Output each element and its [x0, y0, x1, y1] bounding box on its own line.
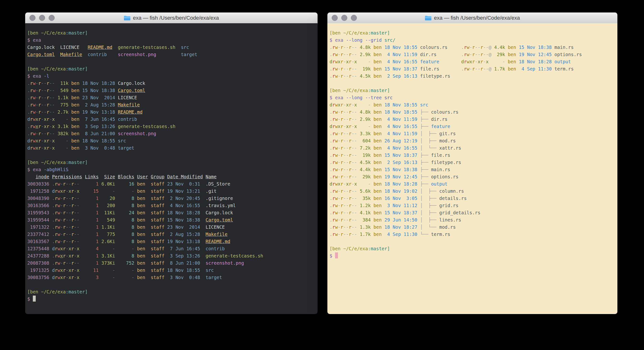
terminal-line: drwxr-xr-x - ben 18 Nov 18:55 src	[27, 137, 318, 144]
minimize-button[interactable]	[341, 15, 347, 21]
terminal-line: 20087308 .rw-r--r-- 1 373Ki 752 ben staf…	[27, 260, 318, 266]
terminal-line	[330, 238, 618, 245]
terminal-line: 1971322 .rw-r--r-- 1 1.1Ki 8 ben staff 2…	[27, 224, 318, 230]
terminal-line: [ben ~/C/e/exa:master]	[27, 29, 318, 36]
terminal-line: $ exa --long --tree src	[330, 94, 618, 101]
terminal-line: [ben ~/C/e/exa:master]	[27, 65, 318, 72]
terminal-window-light[interactable]: exa — fish /Users/ben/Code/exa/exa [ben …	[328, 12, 618, 314]
terminal-line: drwxr-xr-x - ben 18 Nov 18:55 src	[330, 101, 618, 108]
terminal-line: .rwxr-xr-x 3.1k ben 3 Sep 13:26 generate…	[27, 123, 318, 130]
traffic-lights	[332, 12, 357, 23]
terminal-line: .rw-r--r-- 1.7k ben 4 Sep 11:30 └── term…	[330, 230, 618, 238]
terminal-line: .rw-r--r-- 1.2k ben 3 Nov 11:12 │ ├── gr…	[330, 202, 618, 209]
terminal-line: 30163567 .rw-r--r-- 1 2.6Ki 8 ben staff …	[27, 238, 318, 245]
window-title-text: exa — fish /Users/ben/Code/exa/exa	[133, 15, 219, 21]
terminal-line: .rw-r--r-- 1.1k ben 23 Nov 2014 LICENCE	[27, 94, 318, 101]
terminal-line: .rw-r--r-- 4.5k ben 2 Sep 16:13 filetype…	[330, 72, 618, 80]
terminal-line: .rw-r--r-- 4.8k ben 18 Nov 18:55 ├── col…	[330, 108, 618, 116]
window-title: exa — fish /Users/ben/Code/exa/exa	[425, 15, 520, 21]
terminal-line: .rw-r--r-- 2.9k ben 4 Nov 11:59 dir.rs .…	[330, 51, 618, 58]
terminal-line: 30163566 .rw-r--r-- 1 200 8 ben staff 4 …	[27, 202, 318, 209]
window-title: exa — fish /Users/ben/Code/exa/exa	[124, 15, 219, 21]
terminal-line: .rw-r--r-- 35k ben 16 Nov 3:05 │ ├── det…	[330, 195, 618, 202]
terminal-line: .rw-r--r-- 1.3k ben 18 Nov 18:27 │ └── m…	[330, 224, 618, 230]
terminal-line	[330, 80, 618, 87]
folder-icon	[124, 15, 130, 20]
terminal-line: [ben ~/C/e/exa:master]	[27, 159, 318, 166]
terminal-line: .rw-r--r-- 4.5k ben 2 Sep 16:13 ├── file…	[330, 159, 618, 166]
terminal-line: drwxr-xr-x - ben 7 Jun 16:45 contrib	[27, 116, 318, 123]
terminal-line: 30048390 .rw-r--r-- 1 20 8 ben staff 2 N…	[27, 195, 318, 202]
title-bar[interactable]: exa — fish /Users/ben/Code/exa/exa	[328, 12, 618, 24]
terminal-line	[27, 152, 318, 159]
terminal-cursor	[335, 252, 338, 258]
terminal-line: $ exa -abghHliS	[27, 166, 318, 173]
terminal-line: .rw-r--r-- 775 ben 2 Aug 15:28 Makefile	[27, 101, 318, 108]
terminal-line: [ben ~/C/e/exa:master]	[27, 288, 318, 295]
terminal-screen[interactable]: [ben ~/C/e/exa:master]$ exa --long --gri…	[328, 23, 618, 314]
terminal-line: 1971258 drwxr-xr-x 15 - - ben staff 19 N…	[27, 188, 318, 195]
terminal-line: .rw-r--r-- 2.7k ben 19 Nov 13:18 README.…	[27, 108, 318, 116]
title-bar[interactable]: exa — fish /Users/ben/Code/exa/exa	[25, 12, 318, 24]
terminal-line: drwxr-xr-x - ben 18 Nov 18:28 ├── output	[330, 180, 618, 188]
terminal-line: 30030336 .rw-r--r-- 1 6.0Ki 16 ben staff…	[27, 180, 318, 188]
terminal-line: .rw-r--r-- 19k ben 15 Nov 18:37 ├── file…	[330, 152, 618, 159]
zoom-button[interactable]	[351, 15, 357, 21]
terminal-line: Cargo.toml Makefile contrib screenshot.p…	[27, 51, 318, 58]
terminal-line: .rw-r--r-- 604 ben 26 Aug 12:19 │ ├── mo…	[330, 137, 618, 144]
terminal-line	[27, 281, 318, 288]
terminal-line: .rw-r--r-- 382k ben 8 Jun 21:00 screensh…	[27, 130, 318, 137]
terminal-line: [ben ~/C/e/exa:master]	[330, 87, 618, 94]
terminal-line: $ exa --long --grid src/	[330, 36, 618, 44]
terminal-line: .rw-r--r-- 4.8k ben 18 Nov 18:55 colours…	[330, 44, 618, 51]
terminal-line: $ exa -l	[27, 72, 318, 80]
terminal-line	[27, 58, 318, 65]
terminal-line: .rw-r--r-- 29k ben 19 Nov 12:45 ├── opti…	[330, 173, 618, 180]
terminal-line: drwxr-xr-x - ben 4 Nov 16:55 ├── feature	[330, 123, 618, 130]
terminal-screen[interactable]: [ben ~/C/e/exa:master]$ exaCargo.lock LI…	[25, 23, 318, 314]
terminal-line: .rw-r--r-- 549 ben 15 Nov 18:38 Cargo.to…	[27, 87, 318, 94]
terminal-line: $ exa	[27, 36, 318, 44]
terminal-line: .rw-r--r-- 7.2k ben 4 Nov 16:55 │ └── xa…	[330, 144, 618, 152]
terminal-line: .rw-r--r-- 3.3k ben 4 Nov 11:59 │ ├── gi…	[330, 130, 618, 137]
terminal-line: 23377412 .rw-r--r-- 1 775 8 ben staff 2 …	[27, 230, 318, 238]
terminal-window-dark[interactable]: exa — fish /Users/ben/Code/exa/exa [ben …	[25, 12, 318, 314]
minimize-button[interactable]	[39, 15, 45, 21]
close-button[interactable]	[30, 15, 36, 21]
zoom-button[interactable]	[49, 15, 55, 21]
terminal-line: 12375448 drwxr-xr-x 4 - - ben staff 7 Ju…	[27, 245, 318, 252]
terminal-line: .rw-r--r-- 384 ben 29 Jun 14:50 │ ├── li…	[330, 216, 618, 224]
terminal-line: 31959544 .rw-r--r-- 1 549 8 ben staff 15…	[27, 216, 318, 224]
terminal-line: 31959543 .rw-r--r-- 1 11Ki 24 ben staff …	[27, 209, 318, 216]
window-title-text: exa — fish /Users/ben/Code/exa/exa	[434, 15, 520, 21]
terminal-line: .rw-r--r-- 19k ben 15 Nov 18:37 file.rs …	[330, 65, 618, 72]
folder-icon	[425, 15, 432, 20]
terminal-cursor	[33, 296, 36, 302]
terminal-line: .rw-r--r-- 11k ben 18 Nov 18:28 Cargo.lo…	[27, 80, 318, 87]
terminal-line: $	[330, 252, 618, 260]
terminal-line: .rw-r--r-- 2.9k ben 4 Nov 11:59 ├── dir.…	[330, 116, 618, 123]
terminal-line: Cargo.lock LICENCE README.md generate-te…	[27, 44, 318, 51]
desktop: exa — fish /Users/ben/Code/exa/exa [ben …	[0, 0, 644, 350]
terminal-line: 30083756 drwxr-xr-x 3 - - ben staff 3 No…	[27, 274, 318, 281]
terminal-line: 24377288 .rwxr-xr-x 1 3.1Ki 8 ben staff …	[27, 252, 318, 260]
terminal-line: [ben ~/C/e/exa:master]	[330, 29, 618, 36]
close-button[interactable]	[332, 15, 338, 21]
terminal-line: [ben ~/C/e/exa:master]	[330, 245, 618, 252]
terminal-line: .rw-r--r-- 5.6k ben 18 Nov 19:02 │ ├── c…	[330, 188, 618, 195]
terminal-line: .rw-r--r-- 4.4k ben 15 Nov 18:38 ├── mai…	[330, 166, 618, 173]
terminal-line: drwxr-xr-x - ben 4 Nov 16:55 feature drw…	[330, 58, 618, 65]
terminal-line: drwxr-xr-x - ben 3 Nov 0:48 target	[27, 144, 318, 152]
terminal-line: .rw-r--r-- 4.1k ben 15 Nov 18:37 │ ├── g…	[330, 209, 618, 216]
terminal-line: inode Permissions Links Size Blocks User…	[27, 173, 318, 180]
traffic-lights	[30, 12, 55, 23]
terminal-line: $	[27, 295, 318, 302]
terminal-line: 1971325 drwxr-xr-x 11 - - ben staff 18 N…	[27, 266, 318, 274]
